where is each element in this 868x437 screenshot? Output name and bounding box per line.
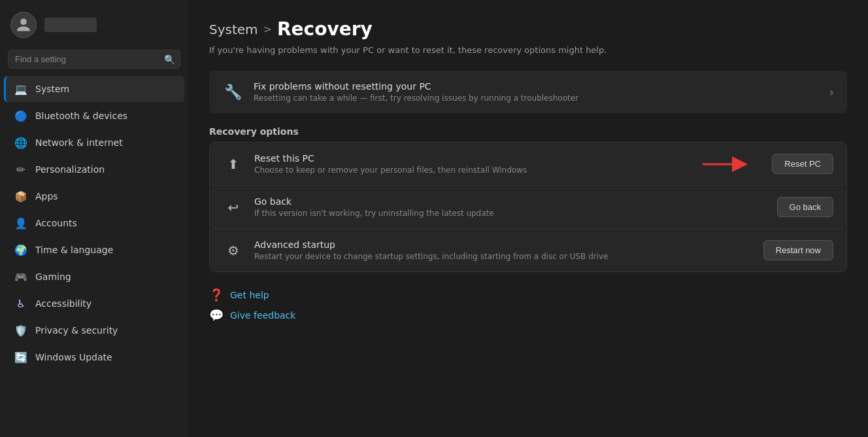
update-icon: 🔄 xyxy=(14,351,27,364)
help-links: ❓ Get help 💬 Give feedback xyxy=(209,288,847,322)
recovery-card-reset-pc: ⬆️ Reset this PC Choose to keep or remov… xyxy=(210,143,846,186)
privacy-icon: 🛡️ xyxy=(14,324,27,337)
bluetooth-icon: 🔵 xyxy=(14,109,27,122)
sidebar-item-time[interactable]: 🌍 Time & language xyxy=(4,237,184,263)
sidebar-label-system: System xyxy=(35,84,69,94)
reset-pc-content: Reset this PC Choose to keep or remove y… xyxy=(254,153,691,175)
sidebar-label-network: Network & internet xyxy=(35,137,123,148)
go-back-content: Go back If this version isn't working, t… xyxy=(254,196,767,218)
sidebar-item-gaming[interactable]: 🎮 Gaming xyxy=(4,264,184,290)
recovery-group: ⬆️ Reset this PC Choose to keep or remov… xyxy=(209,142,847,272)
reset-pc-title: Reset this PC xyxy=(254,153,691,164)
sidebar-item-bluetooth[interactable]: 🔵 Bluetooth & devices xyxy=(4,103,184,129)
advanced-startup-title: Advanced startup xyxy=(254,239,753,250)
go-back-button[interactable]: Go back xyxy=(777,197,833,217)
recovery-card-advanced-startup: ⚙️ Advanced startup Restart your device … xyxy=(210,229,846,271)
breadcrumb: System > Recovery xyxy=(209,18,847,40)
advanced-startup-icon: ⚙️ xyxy=(223,243,244,258)
apps-icon: 📦 xyxy=(14,190,27,203)
username-box xyxy=(44,18,97,32)
breadcrumb-parent: System xyxy=(209,22,258,37)
sidebar-item-personalization[interactable]: ✏️ Personalization xyxy=(4,156,184,183)
sidebar-label-time: Time & language xyxy=(35,245,113,255)
sidebar-label-gaming: Gaming xyxy=(35,271,71,282)
fix-card-desc: Resetting can take a while — first, try … xyxy=(254,94,819,103)
go-back-icon: ↩️ xyxy=(223,200,244,215)
recovery-options-label: Recovery options xyxy=(209,126,847,137)
go-back-title: Go back xyxy=(254,196,767,207)
accessibility-icon: ♿ xyxy=(14,297,27,310)
gaming-icon: 🎮 xyxy=(14,270,27,283)
search-input[interactable] xyxy=(8,50,180,69)
reset-arrow-indicator xyxy=(701,155,754,173)
sidebar: 🔍 💻 System 🔵 Bluetooth & devices 🌐 Netwo… xyxy=(0,0,188,437)
sidebar-item-accounts[interactable]: 👤 Accounts xyxy=(4,210,184,236)
sidebar-label-apps: Apps xyxy=(35,191,58,201)
get-help-label: Get help xyxy=(230,290,269,300)
sidebar-label-update: Windows Update xyxy=(35,352,112,362)
search-icon: 🔍 xyxy=(164,54,175,65)
sidebar-label-bluetooth: Bluetooth & devices xyxy=(35,111,127,121)
sidebar-item-privacy[interactable]: 🛡️ Privacy & security xyxy=(4,317,184,343)
get-help-icon: ❓ xyxy=(209,288,224,302)
give-feedback-label: Give feedback xyxy=(230,310,295,321)
fix-card-content: Fix problems without resetting your PC R… xyxy=(254,81,819,103)
user-profile[interactable] xyxy=(0,0,188,47)
fix-card-chevron: › xyxy=(829,85,834,99)
reset-pc-icon: ⬆️ xyxy=(223,156,244,172)
sidebar-label-privacy: Privacy & security xyxy=(35,325,118,336)
network-icon: 🌐 xyxy=(14,136,27,149)
help-link-get-help[interactable]: ❓ Get help xyxy=(209,288,847,302)
page-subtitle: If you're having problems with your PC o… xyxy=(209,45,847,55)
sidebar-item-network[interactable]: 🌐 Network & internet xyxy=(4,130,184,156)
advanced-startup-desc: Restart your device to change startup se… xyxy=(254,252,753,261)
advanced-startup-button[interactable]: Restart now xyxy=(763,240,833,260)
sidebar-item-system[interactable]: 💻 System xyxy=(4,76,184,102)
system-icon: 💻 xyxy=(14,82,27,96)
personalization-icon: ✏️ xyxy=(14,163,27,176)
reset-pc-button[interactable]: Reset PC xyxy=(772,154,833,174)
time-icon: 🌍 xyxy=(14,243,27,256)
reset-pc-desc: Choose to keep or remove your personal f… xyxy=(254,166,691,175)
sidebar-item-accessibility[interactable]: ♿ Accessibility xyxy=(4,290,184,317)
sidebar-label-accounts: Accounts xyxy=(35,218,77,228)
avatar xyxy=(10,12,37,38)
sidebar-nav: 💻 System 🔵 Bluetooth & devices 🌐 Network… xyxy=(0,75,188,437)
breadcrumb-current: Recovery xyxy=(277,18,373,40)
sidebar-item-update[interactable]: 🔄 Windows Update xyxy=(4,344,184,370)
go-back-desc: If this version isn't working, try unins… xyxy=(254,209,767,218)
give-feedback-icon: 💬 xyxy=(209,308,224,322)
fix-icon: 🔧 xyxy=(222,84,243,100)
advanced-startup-content: Advanced startup Restart your device to … xyxy=(254,239,753,261)
accounts-icon: 👤 xyxy=(14,217,27,230)
fix-problems-card[interactable]: 🔧 Fix problems without resetting your PC… xyxy=(209,71,847,113)
fix-card-title: Fix problems without resetting your PC xyxy=(254,81,819,92)
main-content: System > Recovery If you're having probl… xyxy=(188,0,868,437)
red-arrow-icon xyxy=(701,155,754,173)
recovery-card-go-back: ↩️ Go back If this version isn't working… xyxy=(210,186,846,229)
help-link-give-feedback[interactable]: 💬 Give feedback xyxy=(209,308,847,322)
sidebar-item-apps[interactable]: 📦 Apps xyxy=(4,183,184,209)
sidebar-label-personalization: Personalization xyxy=(35,164,105,175)
sidebar-label-accessibility: Accessibility xyxy=(35,298,92,309)
search-box[interactable]: 🔍 xyxy=(8,50,180,69)
breadcrumb-separator: > xyxy=(263,23,272,35)
